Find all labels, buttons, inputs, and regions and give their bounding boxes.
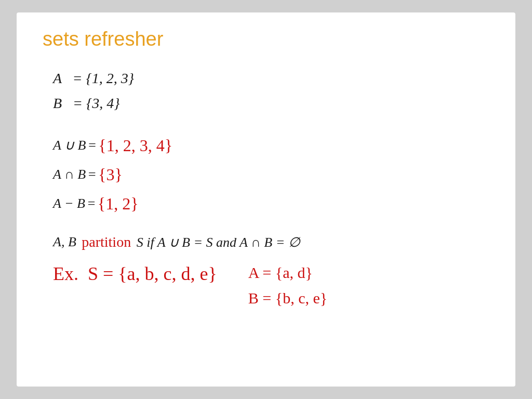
ex-B: B = {b, c, e} [248, 286, 327, 310]
intersect-label: A ∩ B [53, 163, 86, 187]
example-left: Ex. S = {a, b, c, d, e} [53, 261, 217, 287]
union-label: A ∪ B [53, 134, 86, 157]
union-line: A ∪ B = {1, 2, 3, 4} [53, 131, 489, 160]
slide: sets refresher A = {1, 2, 3} B = {3, 4} … [17, 12, 515, 387]
partition-definition: A, B partition S if A ∪ B = S and A ∩ B … [53, 234, 489, 250]
def-B: B = {3, 4} [53, 91, 489, 116]
union-eq: = [86, 134, 98, 157]
intersect-value: {3} [98, 160, 123, 189]
def-A-value: = {1, 2, 3} [65, 70, 134, 86]
example-section: Ex. S = {a, b, c, d, e} A = {a, d} B = {… [53, 261, 489, 310]
partition-S: S if A ∪ B = S and A ∩ B = ∅ [133, 234, 300, 250]
def-B-value: = {3, 4} [65, 95, 119, 111]
intersect-line: A ∩ B = {3} [53, 160, 489, 189]
definitions-block: A = {1, 2, 3} B = {3, 4} [53, 66, 489, 115]
partition-AB: A, B [53, 234, 79, 250]
diff-value: {1, 2} [98, 189, 139, 218]
slide-title: sets refresher [43, 28, 489, 50]
content-area: A = {1, 2, 3} B = {3, 4} A ∪ B = {1, 2, … [43, 66, 489, 310]
var-A: A [53, 70, 62, 86]
diff-line: A − B = {1, 2} [53, 189, 489, 218]
example-right: A = {a, d} B = {b, c, e} [248, 261, 327, 310]
intersect-eq: = [86, 163, 98, 187]
union-value: {1, 2, 3, 4} [98, 131, 172, 160]
ex-label: Ex. S = {a, b, c, d, e} [53, 261, 217, 287]
diff-label: A − B [53, 192, 85, 216]
partition-word: partition [82, 234, 131, 250]
diff-eq: = [85, 192, 98, 216]
set-operations-block: A ∪ B = {1, 2, 3, 4} A ∩ B = {3} A − B =… [53, 131, 489, 218]
def-A: A = {1, 2, 3} [53, 66, 489, 91]
ex-A: A = {a, d} [248, 261, 327, 284]
var-B: B [53, 95, 62, 111]
